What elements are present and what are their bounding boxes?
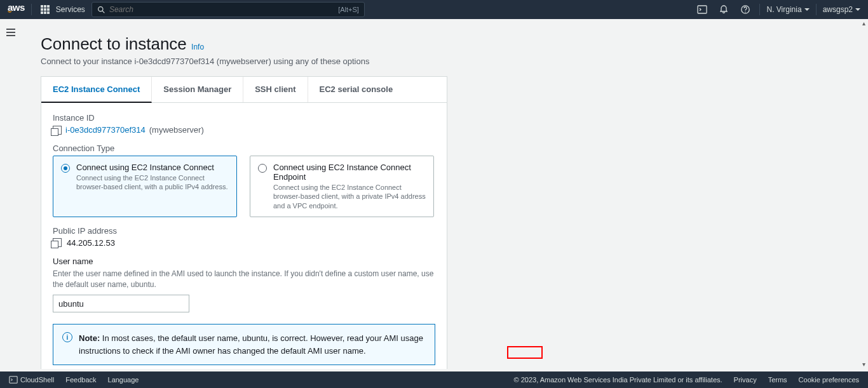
conn-option-ec2-connect-endpoint[interactable]: Connect using EC2 Instance Connect Endpo…: [250, 156, 434, 217]
search-input[interactable]: [105, 5, 338, 14]
cloudshell-button[interactable]: CloudShell: [9, 375, 54, 384]
username-help-text: Enter the user name defined in the AMI u…: [53, 269, 435, 290]
help-icon[interactable]: [738, 4, 753, 15]
chevron-down-icon: [855, 8, 860, 11]
connection-type-options: Connect using EC2 Instance Connect Conne…: [53, 156, 435, 217]
copy-icon[interactable]: [53, 238, 62, 247]
instance-id-link[interactable]: i-0e3dcd977370ef314: [65, 125, 146, 135]
username-input[interactable]: [53, 295, 189, 312]
grid-icon: [41, 5, 50, 14]
aws-logo[interactable]: aws⌣: [8, 4, 25, 15]
user-menu[interactable]: awsgsp2: [823, 5, 860, 14]
services-menu[interactable]: [38, 5, 52, 14]
vertical-scrollbar[interactable]: ▴ ▾: [859, 19, 868, 369]
cloudshell-top-icon[interactable]: [695, 4, 710, 15]
page-title-text: Connect to instance: [41, 34, 187, 53]
conn-option-title: Connect using EC2 Instance Connect Endpo…: [273, 163, 426, 182]
scroll-down-arrow[interactable]: ▾: [862, 360, 865, 369]
info-icon: i: [62, 332, 72, 342]
tab-session-manager[interactable]: Session Manager: [152, 77, 243, 102]
cookie-link[interactable]: Cookie preferences: [799, 376, 859, 384]
public-ip-label: Public IP address: [53, 226, 435, 236]
nav-divider: [816, 4, 817, 15]
search-icon: [97, 6, 105, 14]
svg-rect-5: [10, 377, 17, 384]
region-selector[interactable]: N. Virginia: [766, 5, 809, 14]
instance-id-row: i-0e3dcd977370ef314 (mywebserver): [53, 125, 435, 135]
services-label[interactable]: Services: [56, 5, 85, 14]
instance-name-paren: (mywebserver): [149, 125, 204, 135]
copyright-text: © 2023, Amazon Web Services India Privat…: [514, 376, 722, 384]
nav-divider: [759, 4, 760, 15]
info-note-text: Note: In most cases, the default user na…: [79, 332, 426, 357]
info-link[interactable]: Info: [191, 43, 204, 51]
copy-icon[interactable]: [53, 126, 62, 135]
cloudshell-label: CloudShell: [20, 376, 54, 384]
language-link[interactable]: Language: [108, 376, 139, 384]
annotation-rectangle: [507, 346, 543, 359]
conn-option-title: Connect using EC2 Instance Connect: [76, 163, 229, 172]
public-ip-row: 44.205.12.53: [53, 238, 435, 248]
search-kbd-hint: [Alt+S]: [338, 6, 359, 13]
info-note-box: i Note: In most cases, the default user …: [53, 324, 435, 365]
note-body: In most cases, the default user name, ub…: [79, 333, 423, 356]
tab-ssh-client[interactable]: SSH client: [243, 77, 308, 102]
svg-point-4: [745, 11, 746, 12]
privacy-link[interactable]: Privacy: [734, 376, 757, 384]
svg-line-1: [102, 11, 104, 13]
svg-rect-2: [698, 6, 707, 13]
chevron-down-icon: [804, 8, 810, 11]
connect-panel: EC2 Instance Connect Session Manager SSH…: [41, 76, 447, 369]
user-label: awsgsp2: [823, 5, 853, 14]
conn-option-ec2-connect[interactable]: Connect using EC2 Instance Connect Conne…: [53, 156, 237, 217]
terms-link[interactable]: Terms: [768, 376, 787, 384]
panel-body: Instance ID i-0e3dcd977370ef314 (mywebse…: [41, 103, 447, 369]
note-prefix: Note:: [79, 333, 100, 343]
nav-divider: [31, 4, 32, 15]
public-ip-value: 44.205.12.53: [67, 238, 115, 248]
tabs: EC2 Instance Connect Session Manager SSH…: [41, 77, 447, 103]
conn-option-desc: Connect using the EC2 Instance Connect b…: [76, 173, 229, 192]
footer: CloudShell Feedback Language © 2023, Ama…: [0, 371, 868, 388]
conn-option-desc: Connect using the EC2 Instance Connect b…: [273, 183, 426, 210]
page-title: Connect to instance Info: [41, 34, 836, 54]
sidebar-toggle[interactable]: [5, 27, 17, 41]
svg-point-0: [98, 6, 103, 11]
connection-type-label: Connection Type: [53, 144, 435, 153]
tab-ec2-serial-console[interactable]: EC2 serial console: [308, 77, 405, 102]
page-subtitle: Connect to your instance i-0e3dcd977370e…: [41, 57, 836, 66]
region-label: N. Virginia: [766, 5, 801, 14]
instance-id-label: Instance ID: [53, 113, 435, 123]
top-nav: aws⌣ Services [Alt+S] N. Virginia awsgsp…: [0, 0, 868, 19]
radio-icon: [61, 164, 70, 173]
feedback-link[interactable]: Feedback: [65, 376, 96, 384]
notifications-icon[interactable]: [716, 4, 731, 15]
radio-icon: [258, 164, 267, 173]
username-label: User name: [53, 257, 435, 266]
tab-ec2-instance-connect[interactable]: EC2 Instance Connect: [41, 77, 152, 103]
search-box[interactable]: [Alt+S]: [92, 2, 365, 17]
scroll-up-arrow[interactable]: ▴: [862, 19, 865, 28]
main-content: Connect to instance Info Connect to your…: [25, 22, 851, 369]
